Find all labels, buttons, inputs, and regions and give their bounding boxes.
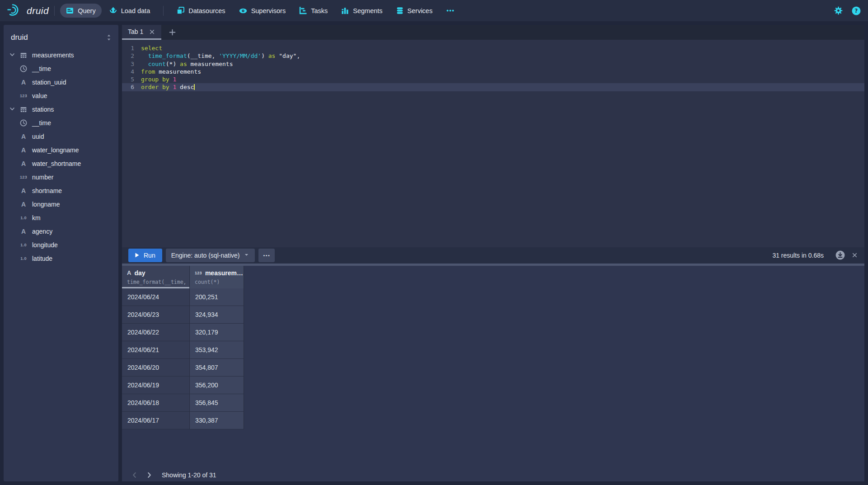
tree-item-label: station_uuid xyxy=(32,79,66,86)
tree-item-label: shortname xyxy=(32,187,62,194)
column-formula: time_format(__time, … xyxy=(127,279,185,285)
nav-divider xyxy=(54,6,55,16)
measurements-cell[interactable]: 320,179 xyxy=(190,324,244,341)
code-text: group by 1 xyxy=(141,75,176,83)
help-icon[interactable]: ? xyxy=(852,6,861,15)
nav-item-datasources[interactable]: Datasources xyxy=(171,4,231,18)
nav-item-segments[interactable]: Segments xyxy=(335,4,388,18)
schema-title: druid xyxy=(11,33,28,42)
table-row: 2024/06/17330,387 xyxy=(122,412,864,429)
tree-item-label: agency xyxy=(32,228,52,235)
code-line-5: 5group by 1 xyxy=(122,75,864,83)
line-number: 5 xyxy=(122,75,141,83)
nav-item-services[interactable]: Services xyxy=(390,4,439,18)
results-status: 31 results in 0.68s xyxy=(772,252,824,259)
code-text: time_format(__time, 'YYYY/MM/dd') as "da… xyxy=(141,52,300,60)
settings-gear-icon[interactable] xyxy=(834,6,843,15)
number-type-icon: 123 xyxy=(195,271,202,275)
code-line-3: 3 count(*) as measurements xyxy=(122,60,864,68)
druid-console: druid QueryLoad dataDatasourcesSuperviso… xyxy=(0,0,868,485)
measurements-cell[interactable]: 356,200 xyxy=(190,377,244,394)
tree-item-label: value xyxy=(32,92,47,99)
table-row: 2024/06/18356,845 xyxy=(122,394,864,412)
table-row: 2024/06/22320,179 xyxy=(122,324,864,341)
druid-logo[interactable]: druid xyxy=(7,3,49,19)
content: druid measurements__timeAstation_uuid123… xyxy=(0,21,868,485)
code-line-1: 1select xyxy=(122,44,864,52)
nav-more-button[interactable] xyxy=(440,4,460,18)
tree-item-shortname[interactable]: Ashortname xyxy=(4,184,118,198)
line-number: 6 xyxy=(122,83,141,91)
measurements-cell[interactable]: 354,807 xyxy=(190,359,244,377)
engine-select-button[interactable]: Engine: auto (sql-native) xyxy=(166,249,255,262)
measurements-cell[interactable]: 353,942 xyxy=(190,341,244,359)
tree-item-stations[interactable]: stations xyxy=(4,103,118,116)
tree-item-station-uuid[interactable]: Astation_uuid xyxy=(4,75,118,89)
next-page-icon[interactable] xyxy=(142,471,156,479)
tab-label: Tab 1 xyxy=(128,28,143,35)
measurements-cell[interactable]: 324,934 xyxy=(190,306,244,324)
tree-item-number[interactable]: 123number xyxy=(4,170,118,184)
column-formula: count(*) xyxy=(195,279,239,285)
day-cell[interactable]: 2024/06/18 xyxy=(122,394,190,412)
sort-indicator xyxy=(122,287,189,288)
nav-item-supervisors[interactable]: Supervisors xyxy=(233,4,292,18)
float-type-icon: 1.0 xyxy=(19,256,28,261)
day-cell[interactable]: 2024/06/24 xyxy=(122,288,190,306)
line-number: 4 xyxy=(122,68,141,75)
tree-item-water-longname[interactable]: Awater_longname xyxy=(4,143,118,157)
table-row: 2024/06/24200,251 xyxy=(122,288,864,306)
code-text: order by 1 desc xyxy=(141,83,195,91)
tree-item-label: uuid xyxy=(32,133,44,140)
close-results-icon[interactable] xyxy=(851,252,858,259)
tree-item-label: latitude xyxy=(32,255,52,262)
nav-divider xyxy=(163,6,164,16)
column-header-measurem[interactable]: 123measurem…count(*) xyxy=(190,266,244,288)
line-number: 1 xyxy=(122,44,141,52)
measurements-cell[interactable]: 356,845 xyxy=(190,394,244,412)
day-cell[interactable]: 2024/06/23 xyxy=(122,306,190,324)
tree-item-label: longname xyxy=(32,201,60,208)
day-cell[interactable]: 2024/06/20 xyxy=(122,359,190,377)
add-tab-icon[interactable] xyxy=(169,25,176,40)
time-icon xyxy=(19,65,28,72)
nav-item-load-data[interactable]: Load data xyxy=(103,4,156,18)
measurements-cell[interactable]: 330,387 xyxy=(190,412,244,429)
prev-page-icon[interactable] xyxy=(127,471,142,479)
string-type-icon: A xyxy=(19,146,28,154)
download-icon[interactable] xyxy=(835,250,845,260)
tree-item-uuid[interactable]: Auuid xyxy=(4,130,118,143)
sql-editor[interactable]: 1select2 time_format(__time, 'YYYY/MM/dd… xyxy=(122,40,864,247)
tree-item-time[interactable]: __time xyxy=(4,116,118,130)
tree-item-km[interactable]: 1.0km xyxy=(4,211,118,225)
druid-logo-icon xyxy=(7,3,23,19)
tree-item-measurements[interactable]: measurements xyxy=(4,48,118,62)
query-more-button[interactable]: ••• xyxy=(258,249,275,262)
tab-close-icon[interactable] xyxy=(149,28,155,35)
code-line-4: 4from measurements xyxy=(122,68,864,75)
tree-item-latitude[interactable]: 1.0latitude xyxy=(4,252,118,265)
nav-item-query[interactable]: Query xyxy=(60,4,102,18)
tree-item-time[interactable]: __time xyxy=(4,62,118,75)
nav-item-label: Supervisors xyxy=(251,7,286,14)
tree-item-longname[interactable]: Alongname xyxy=(4,198,118,211)
day-cell[interactable]: 2024/06/19 xyxy=(122,377,190,394)
tree-item-water-shortname[interactable]: Awater_shortname xyxy=(4,157,118,170)
nav-item-tasks[interactable]: Tasks xyxy=(293,4,333,18)
sort-columns-icon[interactable] xyxy=(106,34,112,41)
line-number: 2 xyxy=(122,52,141,60)
nav-item-label: Load data xyxy=(121,7,150,14)
tree-item-longitude[interactable]: 1.0longitude xyxy=(4,238,118,252)
day-cell[interactable]: 2024/06/21 xyxy=(122,341,190,359)
schema-header: druid xyxy=(4,25,118,48)
column-header-day[interactable]: Adaytime_format(__time, … xyxy=(122,266,190,288)
day-cell[interactable]: 2024/06/17 xyxy=(122,412,190,429)
tab-1[interactable]: Tab 1 xyxy=(122,25,161,40)
run-button[interactable]: Run xyxy=(128,249,162,262)
tree-item-label: water_shortname xyxy=(32,160,81,167)
tree-item-value[interactable]: 123value xyxy=(4,89,118,103)
tree-item-agency[interactable]: Aagency xyxy=(4,225,118,238)
day-cell[interactable]: 2024/06/22 xyxy=(122,324,190,341)
table-icon xyxy=(19,52,28,59)
measurements-cell[interactable]: 200,251 xyxy=(190,288,244,306)
